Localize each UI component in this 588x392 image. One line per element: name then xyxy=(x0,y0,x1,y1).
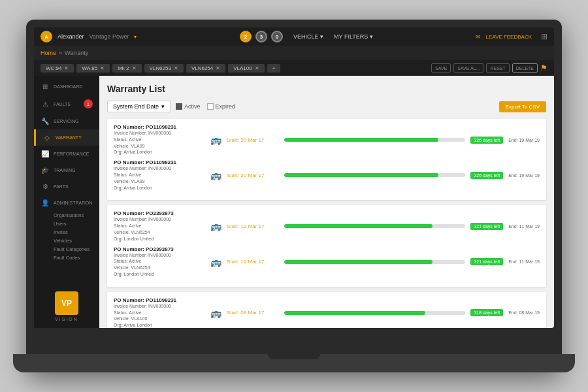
close-icon[interactable]: ✕ xyxy=(216,65,220,71)
sidebar-label: SERVICING xyxy=(54,119,78,123)
entry-end: End: 19 Mar 19 xyxy=(508,173,540,178)
date-filter-select[interactable]: System End Date ▾ xyxy=(107,101,171,112)
close-icon[interactable]: ✕ xyxy=(174,65,178,71)
entry-po: PO Number: PO11098231 xyxy=(114,297,205,303)
export-csv-button[interactable]: Export To CSV xyxy=(499,101,546,112)
progress-bar xyxy=(284,260,433,264)
sidebar-sub-users[interactable]: Users xyxy=(54,220,93,228)
notification-badges: 2 3 0 xyxy=(240,31,283,42)
expired-checkbox[interactable] xyxy=(207,103,214,110)
tab-label: WA.85 xyxy=(82,65,97,71)
entry-start: Start: 12 Mar 17 xyxy=(227,223,279,229)
tab-wc94[interactable]: WC:94 ✕ xyxy=(41,64,74,73)
main-area: ⊞ DASHBOARD ⚠ FAULTS 1 🔧 SERVICING ◇ WAR… xyxy=(34,76,554,328)
tab-add[interactable]: + xyxy=(267,64,281,73)
days-badge: 318 days left xyxy=(470,309,503,316)
bus-icon: 🚌 xyxy=(210,257,221,267)
sidebar-sub-fault-codes[interactable]: Fault Codes xyxy=(54,253,93,262)
progress-bar xyxy=(284,138,438,142)
close-icon[interactable]: ✕ xyxy=(255,65,259,71)
filter-row: System End Date ▾ Active Expired Ex xyxy=(107,101,546,112)
company-name: Vantage Power xyxy=(90,33,129,40)
entry-info: PO Number: PO11098231 Invoice Number: IN… xyxy=(114,124,205,155)
active-checkbox-item[interactable]: Active xyxy=(176,103,201,110)
sidebar-item-warranty[interactable]: ◇ WARRANTY xyxy=(34,129,99,146)
faults-badge: 1 xyxy=(84,99,93,108)
entry-end: End: 11 Mar 19 xyxy=(508,224,540,229)
grid-icon: ⊞ xyxy=(541,32,547,41)
sidebar-item-admin[interactable]: 👤 ADMINISTRATION xyxy=(34,195,99,211)
sidebar-sub-organisations[interactable]: Organisations xyxy=(54,211,93,220)
progress-bar xyxy=(284,311,425,315)
entry-po: PO Number: PO2393873 xyxy=(114,246,205,252)
tab-vla100[interactable]: VLA100 ✕ xyxy=(228,64,264,73)
breadcrumb-home[interactable]: Home xyxy=(41,50,56,56)
bus-icon: 🚌 xyxy=(210,170,221,180)
delete-button[interactable]: DELETE xyxy=(512,63,538,73)
entry-po: PO Number: PO2393873 xyxy=(114,210,205,216)
tab-vln6254[interactable]: VLN6254 ✕ xyxy=(186,64,225,73)
sidebar-item-training[interactable]: 🎓 TRAINING xyxy=(34,162,99,178)
faults-icon: ⚠ xyxy=(41,101,50,108)
active-checkbox[interactable] xyxy=(176,103,182,110)
entry-po: PO Number: PO11098231 xyxy=(114,124,205,130)
warranty-entry: PO Number: PO11098231 Invoice Number: IN… xyxy=(107,292,546,328)
days-badge: 321 days left xyxy=(470,223,503,230)
sidebar-item-servicing[interactable]: 🔧 SERVICING xyxy=(34,113,99,129)
sidebar-sub-invites[interactable]: Invites xyxy=(54,228,93,237)
leave-feedback[interactable]: LEAVE FEEDBACK xyxy=(485,34,532,40)
user-name: Alexander xyxy=(57,33,84,40)
sidebar-logo: VP VISION xyxy=(34,285,99,328)
progress-bar-container xyxy=(284,260,465,264)
bus-icon: 🚌 xyxy=(210,221,221,231)
progress-bar xyxy=(284,173,438,177)
servicing-icon: 🔧 xyxy=(41,118,50,125)
entry-po: PO Number: PO11098231 xyxy=(114,159,205,165)
top-bar-right: ✉ LEAVE FEEDBACK ⊞ xyxy=(476,32,547,41)
tab-wa85[interactable]: WA.85 ✕ xyxy=(76,64,110,73)
entry-row: PO Number: PO11098231 Invoice Number: IN… xyxy=(114,124,540,155)
sidebar-item-faults[interactable]: ⚠ FAULTS 1 xyxy=(34,95,99,113)
sidebar-item-performance[interactable]: 📈 PERFORMANCE xyxy=(34,146,99,162)
warranty-entries-list: PO Number: PO11098231 Invoice Number: IN… xyxy=(107,119,546,328)
entry-row: PO Number: PO2393873 Invoice Number: INV… xyxy=(114,246,540,278)
filter-label: System End Date xyxy=(113,103,159,110)
chevron-down-icon: ▾ xyxy=(134,34,137,40)
tab-label: VLN6254 xyxy=(191,65,213,71)
close-icon[interactable]: ✕ xyxy=(132,65,137,71)
tab-mk2[interactable]: Mk 2 ✕ xyxy=(112,64,141,73)
breadcrumb: Home » Warranty xyxy=(34,46,554,60)
sidebar-item-parts[interactable]: ⚙ PARTS xyxy=(34,178,99,195)
plus-icon: + xyxy=(272,65,276,71)
save-all-button[interactable]: SAVE AL... xyxy=(453,63,483,73)
warranty-entry: PO Number: PO2393873 Invoice Number: INV… xyxy=(107,205,546,286)
expired-label: Expired xyxy=(216,103,236,110)
tab-vln6253[interactable]: VLN6253 ✕ xyxy=(144,64,184,73)
days-badge: 326 days left xyxy=(470,137,503,144)
page-title: Warranty List xyxy=(107,84,546,94)
close-icon[interactable]: ✕ xyxy=(100,65,105,71)
filter-tab-actions: SAVE SAVE AL... RESET DELETE ⚑ xyxy=(431,63,547,73)
sidebar-sub-vehicles[interactable]: Vehicles xyxy=(54,237,93,245)
entry-end: End: 11 Mar 19 xyxy=(508,259,540,264)
logo-text: VISION xyxy=(41,317,93,321)
sidebar-item-dashboard[interactable]: ⊞ DASHBOARD xyxy=(34,78,99,95)
sidebar-label: FAULTS xyxy=(54,102,71,106)
expired-checkbox-item[interactable]: Expired xyxy=(207,103,236,110)
flag-icon[interactable]: ⚑ xyxy=(540,63,547,73)
nav-myfilters[interactable]: MY FILTERS ▾ xyxy=(334,33,373,40)
entry-row: PO Number: PO11098231 Invoice Number: IN… xyxy=(114,297,540,328)
chevron-down-icon: ▾ xyxy=(161,103,165,110)
warranty-entry: PO Number: PO11098231 Invoice Number: IN… xyxy=(107,119,546,200)
reset-button[interactable]: RESET xyxy=(486,63,509,73)
close-icon[interactable]: ✕ xyxy=(64,65,69,71)
save-button[interactable]: SAVE xyxy=(431,63,451,73)
entry-start: Start: 20 Mar 17 xyxy=(227,137,279,143)
progress-bar-container xyxy=(284,224,465,228)
nav-vehicle[interactable]: VEHICLE ▾ xyxy=(293,33,323,40)
entry-start: Start: 12 Mar 17 xyxy=(227,259,279,265)
sidebar-sub-fault-categories[interactable]: Fault Categories xyxy=(54,245,93,253)
tab-label: Mk 2 xyxy=(118,65,129,71)
tab-label: VLA100 xyxy=(233,65,252,71)
top-bar-left: A Alexander Vantage Power ▾ xyxy=(41,31,137,42)
